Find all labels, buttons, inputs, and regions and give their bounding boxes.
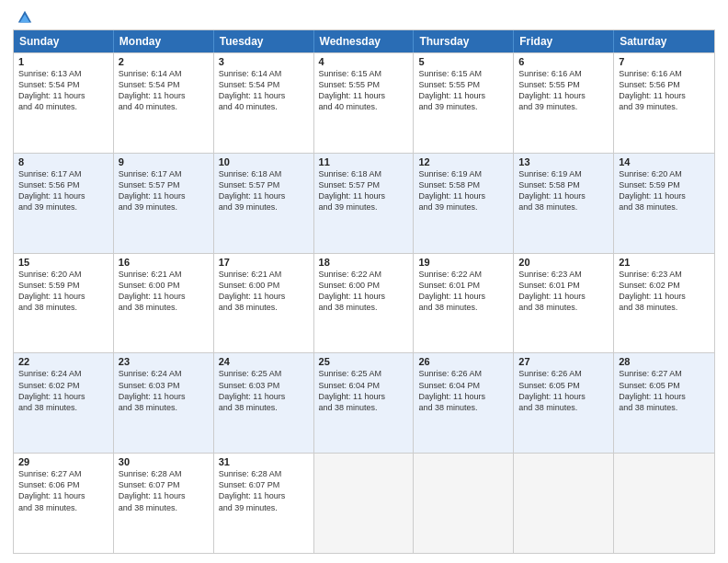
day-info: Sunrise: 6:28 AM Sunset: 6:07 PM Dayligh… xyxy=(119,468,209,513)
calendar-row: 15Sunrise: 6:20 AM Sunset: 5:59 PM Dayli… xyxy=(14,253,714,353)
calendar-cell: 17Sunrise: 6:21 AM Sunset: 6:00 PM Dayli… xyxy=(214,254,314,353)
calendar-body: 1Sunrise: 6:13 AM Sunset: 5:54 PM Daylig… xyxy=(14,52,714,553)
day-number: 17 xyxy=(219,257,309,268)
logo xyxy=(13,9,33,22)
logo-icon xyxy=(17,9,33,26)
calendar-cell: 7Sunrise: 6:16 AM Sunset: 5:56 PM Daylig… xyxy=(614,53,714,153)
day-info: Sunrise: 6:17 AM Sunset: 5:57 PM Dayligh… xyxy=(119,168,209,213)
day-number: 23 xyxy=(119,356,209,367)
calendar-cell: 8Sunrise: 6:17 AM Sunset: 5:56 PM Daylig… xyxy=(14,154,114,253)
calendar-cell: 31Sunrise: 6:28 AM Sunset: 6:07 PM Dayli… xyxy=(214,454,314,553)
day-info: Sunrise: 6:25 AM Sunset: 6:03 PM Dayligh… xyxy=(219,368,309,413)
day-info: Sunrise: 6:17 AM Sunset: 5:56 PM Dayligh… xyxy=(18,168,108,213)
calendar-row: 1Sunrise: 6:13 AM Sunset: 5:54 PM Daylig… xyxy=(14,52,714,153)
day-number: 5 xyxy=(418,56,508,67)
day-number: 7 xyxy=(619,56,710,67)
day-number: 11 xyxy=(319,156,409,167)
calendar-cell: 25Sunrise: 6:25 AM Sunset: 6:04 PM Dayli… xyxy=(314,353,415,453)
day-info: Sunrise: 6:26 AM Sunset: 6:04 PM Dayligh… xyxy=(418,368,508,413)
day-number: 4 xyxy=(319,56,409,67)
calendar-cell: 23Sunrise: 6:24 AM Sunset: 6:03 PM Dayli… xyxy=(114,353,214,453)
day-info: Sunrise: 6:22 AM Sunset: 6:00 PM Dayligh… xyxy=(319,269,409,314)
day-number: 18 xyxy=(319,257,409,268)
calendar-cell: 5Sunrise: 6:15 AM Sunset: 5:55 PM Daylig… xyxy=(414,53,514,153)
day-info: Sunrise: 6:26 AM Sunset: 6:05 PM Dayligh… xyxy=(518,368,609,413)
calendar-cell: 20Sunrise: 6:23 AM Sunset: 6:01 PM Dayli… xyxy=(514,254,614,353)
calendar-cell: 2Sunrise: 6:14 AM Sunset: 5:54 PM Daylig… xyxy=(114,53,214,153)
calendar-cell: 16Sunrise: 6:21 AM Sunset: 6:00 PM Dayli… xyxy=(114,254,214,353)
calendar-cell: 11Sunrise: 6:18 AM Sunset: 5:57 PM Dayli… xyxy=(314,154,415,253)
day-number: 21 xyxy=(619,257,710,268)
day-number: 1 xyxy=(18,56,108,67)
day-number: 26 xyxy=(418,356,508,367)
day-number: 27 xyxy=(518,356,609,367)
day-info: Sunrise: 6:13 AM Sunset: 5:54 PM Dayligh… xyxy=(18,68,108,113)
calendar-cell: 19Sunrise: 6:22 AM Sunset: 6:01 PM Dayli… xyxy=(414,254,514,353)
day-number: 6 xyxy=(518,56,609,67)
calendar-cell: 14Sunrise: 6:20 AM Sunset: 5:59 PM Dayli… xyxy=(614,154,714,253)
day-number: 30 xyxy=(119,456,209,467)
day-info: Sunrise: 6:25 AM Sunset: 6:04 PM Dayligh… xyxy=(319,368,409,413)
calendar-cell: 13Sunrise: 6:19 AM Sunset: 5:58 PM Dayli… xyxy=(514,154,614,253)
header-day-wednesday: Wednesday xyxy=(314,30,415,52)
day-info: Sunrise: 6:14 AM Sunset: 5:54 PM Dayligh… xyxy=(119,68,209,113)
day-number: 31 xyxy=(219,456,309,467)
calendar-cell: 1Sunrise: 6:13 AM Sunset: 5:54 PM Daylig… xyxy=(14,53,114,153)
day-info: Sunrise: 6:16 AM Sunset: 5:55 PM Dayligh… xyxy=(518,68,609,113)
day-number: 28 xyxy=(619,356,710,367)
day-number: 16 xyxy=(119,257,209,268)
header-day-monday: Monday xyxy=(114,30,214,52)
calendar-cell: 30Sunrise: 6:28 AM Sunset: 6:07 PM Dayli… xyxy=(114,454,214,553)
day-number: 29 xyxy=(18,456,108,467)
day-info: Sunrise: 6:19 AM Sunset: 5:58 PM Dayligh… xyxy=(418,168,508,213)
day-info: Sunrise: 6:24 AM Sunset: 6:02 PM Dayligh… xyxy=(18,368,108,413)
day-info: Sunrise: 6:19 AM Sunset: 5:58 PM Dayligh… xyxy=(518,168,609,213)
header-day-tuesday: Tuesday xyxy=(214,30,314,52)
day-info: Sunrise: 6:20 AM Sunset: 5:59 PM Dayligh… xyxy=(619,168,710,213)
calendar-row: 8Sunrise: 6:17 AM Sunset: 5:56 PM Daylig… xyxy=(14,153,714,253)
day-info: Sunrise: 6:28 AM Sunset: 6:07 PM Dayligh… xyxy=(219,468,309,513)
day-number: 15 xyxy=(18,257,108,268)
calendar: SundayMondayTuesdayWednesdayThursdayFrid… xyxy=(13,29,715,554)
calendar-cell: 27Sunrise: 6:26 AM Sunset: 6:05 PM Dayli… xyxy=(514,353,614,453)
header-day-friday: Friday xyxy=(514,30,614,52)
day-info: Sunrise: 6:15 AM Sunset: 5:55 PM Dayligh… xyxy=(418,68,508,113)
calendar-cell: 29Sunrise: 6:27 AM Sunset: 6:06 PM Dayli… xyxy=(14,454,114,553)
calendar-cell-empty xyxy=(614,454,714,553)
day-number: 14 xyxy=(619,156,710,167)
calendar-cell: 22Sunrise: 6:24 AM Sunset: 6:02 PM Dayli… xyxy=(14,353,114,453)
day-info: Sunrise: 6:27 AM Sunset: 6:06 PM Dayligh… xyxy=(18,468,108,513)
header-day-thursday: Thursday xyxy=(414,30,514,52)
day-info: Sunrise: 6:23 AM Sunset: 6:01 PM Dayligh… xyxy=(518,269,609,314)
calendar-cell: 9Sunrise: 6:17 AM Sunset: 5:57 PM Daylig… xyxy=(114,154,214,253)
day-number: 24 xyxy=(219,356,309,367)
calendar-header: SundayMondayTuesdayWednesdayThursdayFrid… xyxy=(14,30,714,52)
day-number: 10 xyxy=(219,156,309,167)
calendar-cell: 12Sunrise: 6:19 AM Sunset: 5:58 PM Dayli… xyxy=(414,154,514,253)
day-number: 13 xyxy=(518,156,609,167)
calendar-cell-empty xyxy=(314,454,415,553)
day-number: 25 xyxy=(319,356,409,367)
calendar-cell: 6Sunrise: 6:16 AM Sunset: 5:55 PM Daylig… xyxy=(514,53,614,153)
day-info: Sunrise: 6:27 AM Sunset: 6:05 PM Dayligh… xyxy=(619,368,710,413)
calendar-cell: 3Sunrise: 6:14 AM Sunset: 5:54 PM Daylig… xyxy=(214,53,314,153)
day-info: Sunrise: 6:24 AM Sunset: 6:03 PM Dayligh… xyxy=(119,368,209,413)
day-info: Sunrise: 6:16 AM Sunset: 5:56 PM Dayligh… xyxy=(619,68,710,113)
calendar-cell-empty xyxy=(514,454,614,553)
day-number: 8 xyxy=(18,156,108,167)
day-info: Sunrise: 6:18 AM Sunset: 5:57 PM Dayligh… xyxy=(319,168,409,213)
day-number: 22 xyxy=(18,356,108,367)
calendar-row: 29Sunrise: 6:27 AM Sunset: 6:06 PM Dayli… xyxy=(14,453,714,553)
day-info: Sunrise: 6:15 AM Sunset: 5:55 PM Dayligh… xyxy=(319,68,409,113)
calendar-cell: 18Sunrise: 6:22 AM Sunset: 6:00 PM Dayli… xyxy=(314,254,415,353)
calendar-cell: 28Sunrise: 6:27 AM Sunset: 6:05 PM Dayli… xyxy=(614,353,714,453)
page-container: SundayMondayTuesdayWednesdayThursdayFrid… xyxy=(0,0,728,563)
calendar-row: 22Sunrise: 6:24 AM Sunset: 6:02 PM Dayli… xyxy=(14,352,714,453)
calendar-cell: 4Sunrise: 6:15 AM Sunset: 5:55 PM Daylig… xyxy=(314,53,415,153)
day-number: 12 xyxy=(418,156,508,167)
day-number: 9 xyxy=(119,156,209,167)
day-info: Sunrise: 6:22 AM Sunset: 6:01 PM Dayligh… xyxy=(418,269,508,314)
day-number: 2 xyxy=(119,56,209,67)
day-number: 20 xyxy=(518,257,609,268)
calendar-cell: 21Sunrise: 6:23 AM Sunset: 6:02 PM Dayli… xyxy=(614,254,714,353)
